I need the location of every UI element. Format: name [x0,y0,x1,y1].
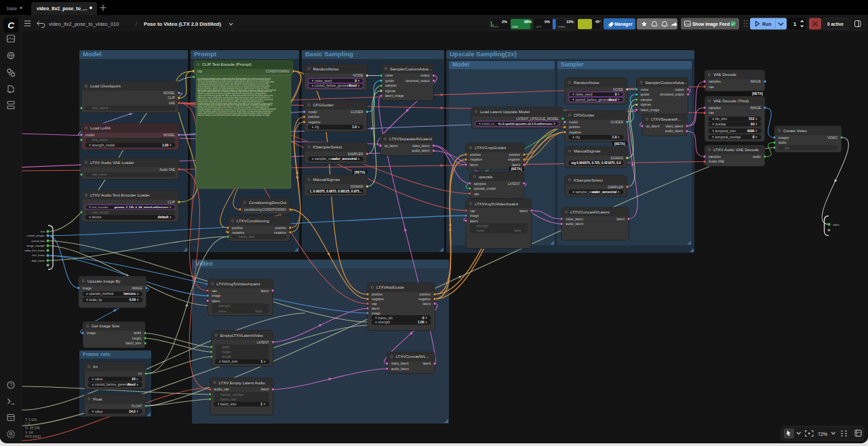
svg-text:N: 28 [39]: N: 28 [39] [25,426,40,430]
svg-text:0 active: 0 active [827,22,844,26]
svg-text:2%: 2% [502,20,507,24]
svg-text:13%: 13% [566,20,574,24]
svg-text:video_ltx2_pose_to_video_010: video_ltx2_pose_to_video_010 [49,21,119,27]
svg-text:Pose to Video (LTX 2.0 Distill: Pose to Video (LTX 2.0 Distilled) [144,21,221,27]
svg-text:RAM: RAM [512,25,518,28]
svg-text:GPU: GPU [536,25,542,28]
svg-text:Manager: Manager [614,22,633,27]
svg-text:Show Image Feed: Show Image Feed [692,22,730,27]
svg-text:C: C [7,20,14,31]
svg-text:88%: 88% [524,20,532,24]
svg-text:0%: 0% [545,20,550,24]
svg-text:T: 0.00s: T: 0.00s [25,418,37,422]
svg-text:I: 0: I: 0 [25,422,30,426]
svg-text:45°: 45° [595,20,601,24]
svg-text:video_ltx2_pose_to_...: video_ltx2_pose_to_... [37,6,87,12]
svg-text:VRAM: VRAM [557,25,566,28]
svg-text:base: base [7,6,17,11]
svg-text:CPU: CPU [493,25,499,28]
svg-text:1: 1 [793,21,796,27]
svg-text:V: 84: V: 84 [25,430,33,434]
svg-text:Run: Run [762,22,772,26]
svg-text:72%: 72% [818,432,827,437]
svg-text:FPS 60/61: FPS 60/61 [25,434,41,439]
